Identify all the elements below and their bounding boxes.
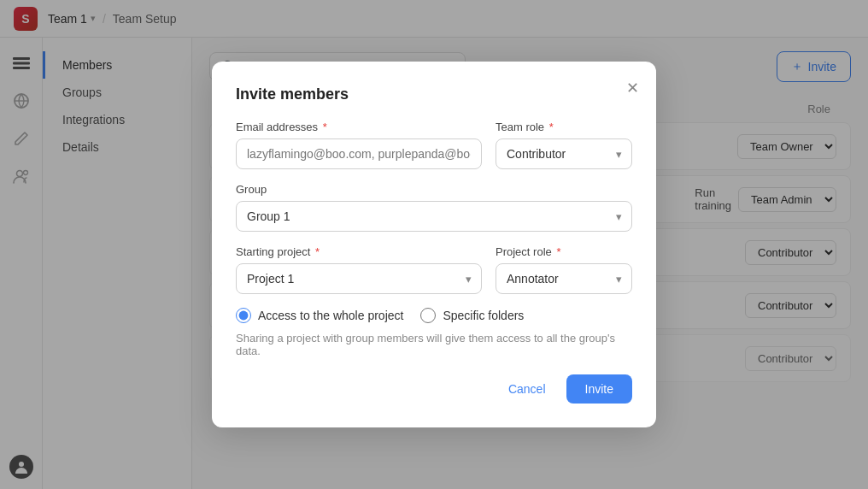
- group-section: Group Group 1 Group 2 Group 3: [236, 183, 632, 232]
- access-whole-option[interactable]: Access to the whole project: [236, 308, 403, 323]
- invite-confirm-button[interactable]: Invite: [566, 374, 632, 404]
- group-select-wrapper: Group 1 Group 2 Group 3: [236, 201, 632, 232]
- email-label: Email addresses *: [236, 121, 482, 133]
- close-button[interactable]: ✕: [626, 79, 639, 97]
- role-select-wrapper: Contributor Team Admin Team Owner Annota…: [496, 138, 632, 169]
- required-star: *: [549, 121, 554, 133]
- cancel-button[interactable]: Cancel: [498, 375, 556, 403]
- project-role-select[interactable]: Annotator Reviewer Manager: [496, 263, 632, 294]
- access-folders-option[interactable]: Specific folders: [420, 308, 524, 323]
- access-whole-label: Access to the whole project: [258, 309, 403, 322]
- project-label: Starting project *: [236, 245, 482, 258]
- group-label: Group: [236, 183, 632, 196]
- project-role-group: Project role * Annotator Reviewer Manage…: [496, 245, 632, 294]
- project-group: Starting project * Project 1 Project 2 P…: [236, 245, 482, 294]
- required-star: *: [315, 245, 320, 258]
- modal-title: Invite members: [236, 85, 632, 103]
- access-whole-radio[interactable]: [236, 308, 251, 323]
- modal-actions: Cancel Invite: [236, 374, 632, 404]
- role-select[interactable]: Contributor Team Admin Team Owner Annota…: [496, 138, 632, 169]
- access-type-row: Access to the whole project Specific fol…: [236, 308, 632, 323]
- group-select[interactable]: Group 1 Group 2 Group 3: [236, 201, 632, 232]
- sharing-note: Sharing a project with group members wil…: [236, 332, 632, 357]
- required-star: *: [323, 121, 327, 133]
- email-group: Email addresses *: [236, 121, 482, 169]
- role-group: Team role * Contributor Team Admin Team …: [496, 121, 632, 169]
- project-role-select-wrapper: Annotator Reviewer Manager: [496, 263, 632, 294]
- email-role-row: Email addresses * Team role * Contributo…: [236, 121, 632, 169]
- project-select-wrapper: Project 1 Project 2 Project 3: [236, 263, 482, 294]
- modal-overlay: Invite members ✕ Email addresses * Team …: [0, 0, 868, 489]
- required-star: *: [556, 245, 560, 258]
- access-folders-radio[interactable]: [420, 308, 436, 323]
- project-select[interactable]: Project 1 Project 2 Project 3: [236, 263, 482, 294]
- role-label: Team role *: [496, 121, 632, 133]
- project-role-label: Project role *: [496, 245, 632, 258]
- access-folders-label: Specific folders: [443, 309, 524, 322]
- project-role-row: Starting project * Project 1 Project 2 P…: [236, 245, 632, 294]
- email-input[interactable]: [236, 138, 482, 169]
- invite-modal: Invite members ✕ Email addresses * Team …: [212, 62, 656, 427]
